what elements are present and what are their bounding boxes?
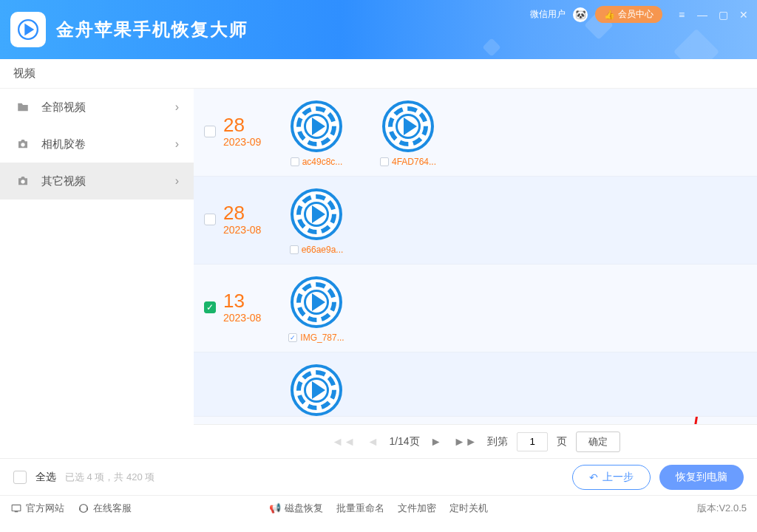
sidebar: 全部视频›相机胶卷›其它视频›: [0, 89, 194, 458]
chevron-right-icon: ›: [175, 100, 179, 114]
selection-info: 已选 4 项，共 420 项: [65, 471, 155, 484]
svg-rect-6: [15, 511, 18, 512]
timed-shutdown-link[interactable]: 定时关机: [449, 502, 488, 515]
video-thumb-name[interactable]: e66ae9a...: [290, 245, 344, 255]
megaphone-icon: 📢: [269, 502, 281, 514]
header-decoration: [482, 38, 500, 56]
close-icon[interactable]: ✕: [738, 9, 750, 21]
sidebar-item-0[interactable]: 全部视频›: [0, 89, 194, 126]
camera-icon: [15, 174, 31, 188]
page-next-icon[interactable]: ►: [429, 435, 444, 449]
official-site-link[interactable]: 官方网站: [10, 502, 64, 515]
paginator: ◄◄ ◄ 1/14页 ► ►► 到第 页 确定: [194, 424, 757, 458]
app-header: 金舟苹果手机恢复大师 微信用户 🐼 👍 会员中心 ≡ ― ▢ ✕: [0, 0, 757, 59]
menu-icon[interactable]: ≡: [676, 9, 688, 21]
file-encrypt-link[interactable]: 文件加密: [398, 502, 436, 515]
goto-label: 到第: [487, 435, 508, 449]
date-group: 282023-08e66ae9a...: [194, 177, 757, 265]
user-avatar-icon[interactable]: 🐼: [573, 7, 588, 22]
page-label: 1/14页: [389, 435, 419, 449]
video-thumb-name[interactable]: IMG_787...: [288, 332, 344, 343]
select-all-label[interactable]: 全选: [35, 471, 56, 484]
maximize-icon[interactable]: ▢: [717, 9, 729, 21]
thumb-checkbox[interactable]: [380, 157, 389, 166]
svg-rect-8: [79, 507, 81, 510]
sidebar-item-label: 全部视频: [41, 100, 165, 115]
group-checkbox[interactable]: ✓: [204, 301, 216, 313]
page-first-icon[interactable]: ◄◄: [330, 435, 357, 449]
video-thumb[interactable]: IMG_787...: [285, 276, 347, 343]
svg-rect-5: [12, 505, 21, 511]
batch-rename-link[interactable]: 批量重命名: [336, 502, 384, 515]
section-title: 视频: [0, 59, 757, 89]
page-confirm-button[interactable]: 确定: [576, 432, 620, 452]
group-date: 282023-08: [223, 203, 285, 236]
select-all-checkbox[interactable]: [13, 471, 27, 484]
video-thumb[interactable]: e66ae9a...: [285, 188, 347, 255]
prev-step-button[interactable]: ↶ 上一步: [572, 465, 651, 490]
group-date: 282023-09: [223, 115, 285, 148]
date-group: 282023-09ac49c8c...4FAD764...: [194, 89, 757, 177]
svg-point-2: [21, 180, 24, 183]
video-thumb-name[interactable]: ac49c8c...: [291, 157, 343, 167]
page-input[interactable]: [517, 432, 548, 451]
svg-rect-9: [86, 507, 88, 510]
video-thumb-image: [291, 100, 342, 152]
sidebar-item-2[interactable]: 其它视频›: [0, 163, 194, 200]
page-prev-icon[interactable]: ◄: [366, 435, 381, 449]
chevron-right-icon: ›: [175, 174, 179, 188]
content-area: 282023-09ac49c8c...4FAD764...282023-08e6…: [194, 89, 757, 458]
date-group: [194, 352, 757, 417]
video-thumb-name[interactable]: 4FAD764...: [380, 157, 436, 167]
video-thumb-image: [382, 100, 434, 152]
svg-point-7: [80, 504, 88, 512]
recover-button[interactable]: 恢复到电脑: [659, 465, 744, 490]
video-thumb[interactable]: 4FAD764...: [377, 100, 439, 167]
group-checkbox[interactable]: [204, 214, 216, 225]
minimize-icon[interactable]: ―: [696, 9, 708, 21]
chevron-right-icon: ›: [175, 137, 179, 151]
video-thumb[interactable]: [285, 364, 347, 416]
video-thumb-image: [291, 364, 342, 416]
app-logo: [10, 12, 46, 47]
sidebar-item-label: 相机胶卷: [41, 137, 165, 151]
video-thumb-image: [291, 188, 342, 240]
member-center-button[interactable]: 👍 会员中心: [595, 6, 662, 23]
page-last-icon[interactable]: ►►: [452, 435, 478, 449]
online-service-link[interactable]: 在线客服: [78, 502, 132, 515]
undo-icon: ↶: [589, 471, 598, 483]
group-checkbox[interactable]: [204, 126, 216, 137]
disk-recover-link[interactable]: 📢 磁盘恢复: [269, 502, 323, 515]
folder-icon: [15, 100, 31, 114]
video-thumb-image: [291, 276, 342, 328]
sidebar-item-label: 其它视频: [41, 174, 165, 188]
video-thumb[interactable]: ac49c8c...: [285, 100, 347, 167]
camera-icon: [15, 137, 31, 151]
thumbs-up-icon: 👍: [604, 10, 615, 20]
group-date: 132023-08: [223, 291, 285, 324]
status-bar: 官方网站 在线客服 📢 磁盘恢复 批量重命名 文件加密 定时关机 版本:V2.0…: [0, 495, 757, 520]
version-label: 版本:V2.0.5: [697, 502, 747, 515]
app-title: 金舟苹果手机恢复大师: [56, 18, 248, 41]
selection-bar: 全选 已选 4 项，共 420 项 ↶ 上一步 恢复到电脑: [0, 458, 757, 495]
date-group: ✓132023-08IMG_787...: [194, 265, 757, 352]
thumb-checkbox[interactable]: [288, 333, 297, 342]
user-label[interactable]: 微信用户: [530, 8, 566, 21]
thumb-checkbox[interactable]: [290, 245, 299, 254]
thumb-checkbox[interactable]: [291, 157, 299, 166]
svg-point-1: [21, 143, 24, 146]
page-unit: 页: [557, 435, 567, 449]
sidebar-item-1[interactable]: 相机胶卷›: [0, 126, 194, 163]
